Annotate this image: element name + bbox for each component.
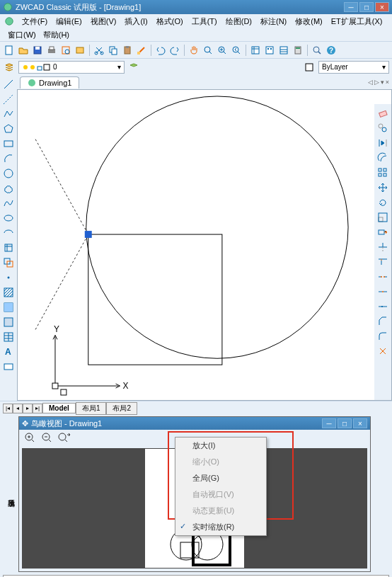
ctx-auto-viewport[interactable]: 自动视口(V)	[175, 486, 266, 503]
help-button[interactable]: ?	[325, 44, 338, 57]
zoom-window-button[interactable]	[216, 44, 229, 57]
cut-button[interactable]	[93, 44, 105, 57]
layout2-tab[interactable]: 布局2	[106, 402, 137, 415]
new-button[interactable]	[3, 44, 16, 57]
menu-tools[interactable]: 工具(T)	[188, 15, 221, 28]
offset-tool[interactable]	[376, 152, 389, 164]
print-button[interactable]	[45, 44, 58, 57]
zoom-prev-button[interactable]	[230, 44, 243, 57]
point-tool[interactable]	[2, 271, 15, 284]
zoom-extents-button[interactable]	[311, 44, 323, 57]
xline-tool[interactable]	[2, 93, 15, 105]
tab-nav-next[interactable]: ▷	[374, 79, 379, 86]
properties-button[interactable]	[249, 44, 262, 57]
aerial-maximize-button[interactable]: □	[338, 418, 352, 428]
maximize-button[interactable]: □	[359, 2, 374, 12]
design-center-button[interactable]	[263, 44, 276, 57]
circle-tool[interactable]	[2, 167, 15, 180]
calc-button[interactable]	[292, 44, 304, 57]
paste-button[interactable]	[121, 44, 134, 57]
scale-tool[interactable]	[376, 211, 389, 224]
insert-block-tool[interactable]	[2, 241, 15, 254]
revcloud-tool[interactable]	[2, 182, 15, 195]
aerial-close-button[interactable]: ×	[353, 418, 367, 428]
tab-prev-button[interactable]: ◂	[13, 404, 23, 413]
ctx-zoom-in[interactable]: 放大(I)	[175, 438, 266, 454]
aerial-global-button[interactable]	[57, 431, 70, 444]
menu-et[interactable]: ET扩展工具(X)	[328, 15, 386, 28]
model-tab[interactable]: Model	[42, 403, 76, 413]
redo-button[interactable]	[168, 44, 181, 57]
bylayer-combo[interactable]: ByLayer ▾	[318, 61, 389, 74]
aerial-zoom-out-button[interactable]	[40, 431, 53, 444]
menu-file[interactable]: 文件(F)	[18, 15, 51, 28]
array-tool[interactable]	[376, 166, 389, 179]
layout1-tab[interactable]: 布局1	[76, 402, 107, 415]
layer-prev-button[interactable]	[127, 61, 140, 74]
color-button[interactable]	[303, 61, 316, 74]
copy-tool[interactable]	[376, 122, 389, 135]
fillet-tool[interactable]	[376, 330, 389, 343]
menu-view[interactable]: 视图(V)	[87, 15, 120, 28]
aerial-zoom-in-button[interactable]	[23, 431, 36, 444]
menu-draw[interactable]: 绘图(D)	[222, 15, 255, 28]
drawing-canvas[interactable]: X Y	[17, 89, 392, 401]
publish-button[interactable]	[74, 44, 86, 57]
break-tool[interactable]	[376, 270, 389, 283]
ctx-realtime-zoom[interactable]: ✓ 实时缩放(R)	[175, 519, 266, 535]
make-block-tool[interactable]	[2, 256, 15, 269]
rectangle-tool[interactable]	[2, 137, 15, 150]
menu-insert[interactable]: 插入(I)	[121, 15, 151, 28]
stretch-tool[interactable]	[376, 226, 389, 239]
region-tool[interactable]	[2, 316, 15, 329]
chamfer-tool[interactable]	[376, 315, 389, 328]
gradient-tool[interactable]	[2, 301, 15, 314]
rotate-tool[interactable]	[376, 196, 389, 209]
join-tool[interactable]	[376, 300, 389, 313]
polygon-tool[interactable]	[2, 122, 15, 135]
match-button[interactable]	[135, 44, 148, 57]
move-tool[interactable]	[376, 181, 389, 194]
close-button[interactable]: ×	[375, 2, 389, 12]
menu-edit[interactable]: 编辑(E)	[52, 15, 86, 28]
polyline-tool[interactable]	[2, 108, 15, 120]
menu-window[interactable]: 窗口(W)	[4, 28, 40, 42]
print-preview-button[interactable]	[59, 44, 72, 57]
break-point-tool[interactable]	[376, 285, 389, 298]
wipeout-tool[interactable]	[2, 360, 15, 373]
mtext-tool[interactable]: A	[2, 345, 15, 358]
ellipse-arc-tool[interactable]	[2, 227, 15, 239]
tab-next-button[interactable]: ▸	[23, 404, 33, 413]
tab-nav-close[interactable]: ×	[386, 79, 389, 86]
zoom-realtime-button[interactable]	[202, 44, 214, 57]
explode-tool[interactable]	[376, 345, 389, 358]
minimize-button[interactable]: ─	[344, 2, 358, 12]
arc-tool[interactable]	[2, 152, 15, 165]
table-tool[interactable]	[2, 331, 15, 343]
undo-button[interactable]	[154, 44, 167, 57]
ctx-global[interactable]: 全局(G)	[175, 470, 266, 486]
aerial-minimize-button[interactable]: ─	[322, 418, 336, 428]
layer-combo[interactable]: 0 ▾	[18, 61, 125, 74]
layer-manager-button[interactable]	[3, 61, 16, 74]
tab-nav-list[interactable]: ▾	[381, 79, 384, 86]
spline-tool[interactable]	[2, 197, 15, 210]
ctx-zoom-out[interactable]: 缩小(O)	[175, 454, 266, 470]
line-tool[interactable]	[2, 78, 15, 91]
document-tab[interactable]: Drawing1	[20, 76, 79, 88]
extend-tool[interactable]	[376, 256, 389, 268]
menu-modify[interactable]: 修改(M)	[292, 15, 326, 28]
tab-nav-prev[interactable]: ◁	[368, 79, 373, 86]
ellipse-tool[interactable]	[2, 212, 15, 224]
mirror-tool[interactable]	[376, 137, 389, 149]
open-button[interactable]	[17, 44, 30, 57]
tab-first-button[interactable]: |◂	[3, 404, 13, 413]
copy-button[interactable]	[107, 44, 120, 57]
tab-last-button[interactable]: ▸|	[33, 404, 42, 413]
hatch-tool[interactable]	[2, 286, 15, 299]
menu-dimension[interactable]: 标注(N)	[257, 15, 290, 28]
tool-palette-button[interactable]	[277, 44, 290, 57]
ctx-dynamic-update[interactable]: 动态更新(U)	[175, 503, 266, 519]
save-button[interactable]	[31, 44, 44, 57]
aerial-titlebar[interactable]: ✥ 鸟瞰视图 - Drawing1 ─ □ ×	[19, 417, 370, 430]
